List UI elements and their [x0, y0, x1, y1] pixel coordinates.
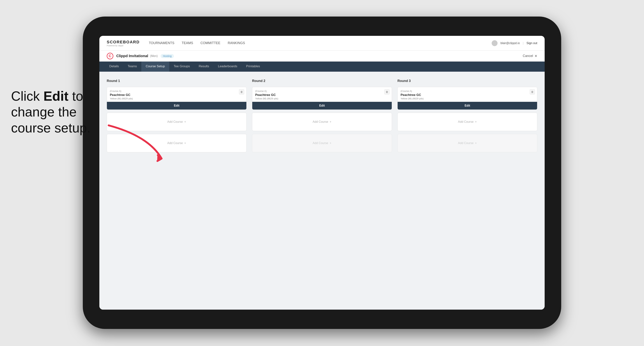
- course-card-header-r3: (Course A) Peachtree GC Yellow (M) (6629…: [398, 87, 537, 102]
- delete-button-r2[interactable]: 🗑: [384, 89, 390, 94]
- course-card-header: (Course A) Peachtree GC Yellow (M) (6629…: [107, 87, 246, 102]
- round-3-column: Round 3 (Course A) Peachtree GC Yellow (…: [398, 79, 537, 152]
- round-3-title: Round 3: [398, 79, 537, 83]
- plus-icon-r3-2: +: [475, 142, 477, 145]
- tournament-logo: C: [107, 53, 113, 59]
- edit-button-r2[interactable]: Edit: [252, 102, 392, 110]
- tab-course-setup[interactable]: Course Setup: [141, 62, 169, 72]
- tab-printables[interactable]: Printables: [242, 62, 264, 72]
- cancel-button[interactable]: Cancel ✕: [523, 54, 537, 58]
- plus-icon-2: +: [184, 142, 186, 145]
- add-course-label-r3-2: Add Course +: [458, 142, 477, 145]
- tab-results[interactable]: Results: [194, 62, 214, 72]
- tournament-status: Hosting: [161, 54, 174, 58]
- add-course-card-r2-2: Add Course +: [252, 134, 392, 152]
- round-1-title: Round 1: [107, 79, 246, 83]
- tablet-shell: SCOREBOARD Powered by clippd TOURNAMENTS…: [83, 16, 561, 329]
- course-label-r2: (Course A): [255, 90, 389, 92]
- nav-teams[interactable]: TEAMS: [182, 40, 193, 46]
- course-details: Yellow (M) (6629 yds): [110, 97, 244, 100]
- course-name: Peachtree GC: [110, 93, 244, 97]
- add-course-label-r2: Add Course +: [312, 120, 332, 124]
- nav-rankings[interactable]: RANKINGS: [228, 40, 245, 46]
- course-details-r2: Yellow (M) (6629 yds): [255, 97, 389, 100]
- add-course-card-r3-1[interactable]: Add Course +: [398, 113, 537, 131]
- tab-details[interactable]: Details: [105, 62, 123, 72]
- user-area: blair@clippd.io | Sign out: [492, 40, 537, 46]
- plus-icon-r2: +: [330, 120, 332, 124]
- round-2-title: Round 2: [252, 79, 392, 83]
- instruction-text: Click Edit tochange thecourse setup.: [11, 88, 90, 136]
- plus-icon: +: [184, 120, 186, 124]
- course-card-header-r2: (Course A) Peachtree GC Yellow (M) (6629…: [252, 87, 392, 102]
- tab-leaderboards[interactable]: Leaderboards: [214, 62, 242, 72]
- nav-links: TOURNAMENTS TEAMS COMMITTEE RANKINGS: [149, 40, 492, 46]
- course-details-r3: Yellow (M) (6629 yds): [400, 97, 534, 100]
- round-1-course-card: (Course A) Peachtree GC Yellow (M) (6629…: [107, 87, 246, 110]
- user-avatar: [492, 40, 498, 46]
- nav-tournaments[interactable]: TOURNAMENTS: [149, 40, 174, 46]
- add-course-label: Add Course +: [167, 120, 186, 124]
- edit-button-r1[interactable]: Edit: [107, 102, 246, 110]
- tabs-bar: Details Teams Course Setup Tee Groups Re…: [99, 62, 545, 72]
- tab-tee-groups[interactable]: Tee Groups: [169, 62, 194, 72]
- add-course-card-r3-2: Add Course +: [398, 134, 537, 152]
- top-nav: SCOREBOARD Powered by clippd TOURNAMENTS…: [99, 36, 545, 50]
- tournament-bar: C Clippd Invitational (Men) Hosting Canc…: [99, 50, 545, 62]
- sign-out-link[interactable]: Sign out: [526, 41, 537, 45]
- user-email: blair@clippd.io: [500, 41, 520, 45]
- logo-title: SCOREBOARD: [107, 40, 140, 44]
- delete-button-r3[interactable]: 🗑: [530, 89, 535, 94]
- add-course-label-r3: Add Course +: [458, 120, 477, 124]
- delete-button[interactable]: 🗑: [239, 89, 244, 94]
- main-content: Round 1 (Course A) Peachtree GC Yellow (…: [99, 72, 545, 310]
- edit-button-r3[interactable]: Edit: [398, 102, 537, 110]
- instruction-bold: Edit: [44, 89, 68, 103]
- nav-committee[interactable]: COMMITTEE: [200, 40, 220, 46]
- scoreboard-logo: SCOREBOARD Powered by clippd: [107, 40, 140, 47]
- tournament-gender: (Men): [150, 54, 158, 58]
- plus-icon-r2-2: +: [330, 142, 332, 145]
- add-course-card-r2-1[interactable]: Add Course +: [252, 113, 392, 131]
- course-name-r3: Peachtree GC: [400, 93, 534, 97]
- plus-icon-r3: +: [475, 120, 477, 124]
- tab-teams[interactable]: Teams: [123, 62, 141, 72]
- round-2-course-card: (Course A) Peachtree GC Yellow (M) (6629…: [252, 87, 392, 110]
- instruction-prefix: Click: [11, 89, 44, 103]
- course-name-r2: Peachtree GC: [255, 93, 389, 97]
- tournament-name: Clippd Invitational: [116, 54, 148, 58]
- round-3-course-card: (Course A) Peachtree GC Yellow (M) (6629…: [398, 87, 537, 110]
- logo-subtitle: Powered by clippd: [107, 44, 140, 47]
- add-course-label-r2-2: Add Course +: [312, 142, 332, 145]
- course-label-r3: (Course A): [400, 90, 534, 92]
- separator: |: [523, 41, 524, 45]
- course-label: (Course A): [110, 90, 244, 92]
- round-2-column: Round 2 (Course A) Peachtree GC Yellow (…: [252, 79, 392, 152]
